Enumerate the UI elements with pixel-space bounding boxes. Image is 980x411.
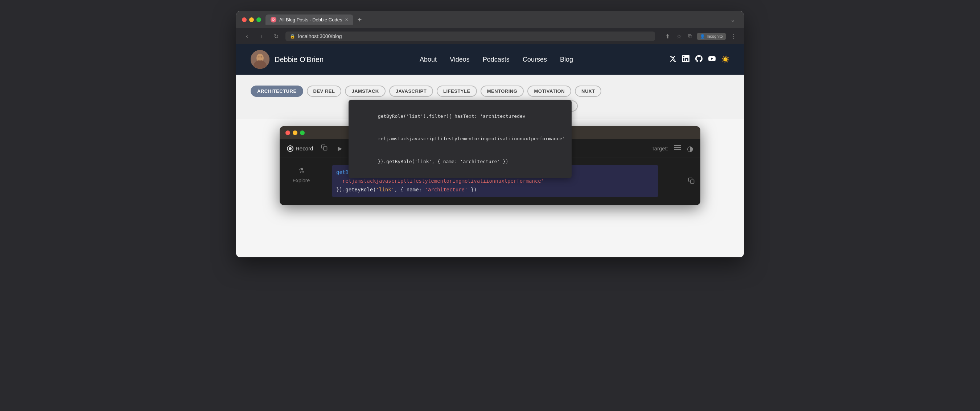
nav-courses[interactable]: Courses <box>523 56 547 63</box>
maximize-button[interactable] <box>256 17 261 22</box>
blog-area: ARCHITECTURE DEV REL JAMSTACK JAVASCRIPT… <box>236 75 744 119</box>
twitter-icon[interactable] <box>669 55 676 64</box>
target-label: Target: <box>651 145 668 151</box>
inspector-traffic-lights <box>285 130 305 135</box>
share-button[interactable]: ⬆ <box>664 32 671 41</box>
extensions-button[interactable]: ⧉ <box>687 32 694 41</box>
tooltip-line1: getByRole('list').filter({ hasText: 'arc… <box>378 113 525 119</box>
record-button[interactable]: Record <box>287 145 313 152</box>
svg-point-4 <box>259 57 260 58</box>
site-logo-area: Debbie O'Brien <box>251 50 323 69</box>
incognito-icon: 👤 <box>700 34 705 39</box>
explore-icon: ⚗ <box>299 167 304 175</box>
back-button[interactable]: ‹ <box>242 31 252 41</box>
minimize-button[interactable] <box>249 17 254 22</box>
svg-rect-6 <box>323 147 327 151</box>
youtube-icon[interactable] <box>708 55 716 64</box>
record-label: Record <box>296 145 313 151</box>
nav-blog[interactable]: Blog <box>560 56 573 63</box>
copy-toolbar-button[interactable] <box>319 143 330 154</box>
avatar <box>251 50 269 69</box>
hamburger-button[interactable] <box>674 144 681 152</box>
code-arg-2: 'link' <box>376 187 395 192</box>
inspector-close-button[interactable] <box>285 130 290 135</box>
tag-dev-rel[interactable]: DEV REL <box>307 86 342 97</box>
menu-button[interactable]: ⋮ <box>729 32 738 41</box>
code-line-2: reljamstackjavascriptlifestylementoringm… <box>336 177 654 186</box>
bookmark-button[interactable]: ☆ <box>675 32 683 41</box>
tab-favicon: D <box>270 17 276 22</box>
nav-podcasts[interactable]: Podcasts <box>483 56 509 63</box>
nav-videos[interactable]: Videos <box>450 56 470 63</box>
lock-icon: 🔒 <box>290 34 295 39</box>
linkedin-icon[interactable] <box>682 55 689 64</box>
tab-overflow-button[interactable]: ⌄ <box>730 16 738 23</box>
record-icon <box>287 145 293 152</box>
svg-point-5 <box>261 57 262 58</box>
tab-bar: D All Blog Posts · Debbie Codes × + ⌄ <box>266 14 738 25</box>
tab-close-button[interactable]: × <box>345 17 348 22</box>
site-name: Debbie O'Brien <box>275 56 323 64</box>
explore-label: Explore <box>293 178 310 183</box>
tag-javascript[interactable]: JAVASCRIPT <box>389 86 433 97</box>
social-icons: ☀️ <box>669 55 729 64</box>
url-display: localhost:3000/blog <box>298 33 342 39</box>
forward-button[interactable]: › <box>256 31 267 41</box>
site-header: Debbie O'Brien About Videos Podcasts Cou… <box>236 44 744 75</box>
active-tab[interactable]: D All Blog Posts · Debbie Codes × <box>266 14 353 25</box>
reload-button[interactable]: ↻ <box>271 31 281 41</box>
browser-actions: ⬆ ☆ ⧉ 👤 Incognito ⋮ <box>664 32 738 41</box>
incognito-label: Incognito <box>706 34 723 38</box>
avatar-face <box>251 50 269 69</box>
play-button[interactable]: ▶ <box>336 143 344 153</box>
tags-row-1: ARCHITECTURE DEV REL JAMSTACK JAVASCRIPT… <box>251 86 729 97</box>
address-input-wrap[interactable]: 🔒 localhost:3000/blog <box>285 32 655 41</box>
address-bar: ‹ › ↻ 🔒 localhost:3000/blog ⬆ ☆ ⧉ 👤 Inco… <box>236 28 744 44</box>
svg-rect-10 <box>690 180 694 183</box>
playwright-tooltip: getByRole('list').filter({ hasText: 'arc… <box>348 100 572 178</box>
code-val-2: reljamstackjavascriptlifestylementoringm… <box>342 178 544 184</box>
code-val-3: 'architecture' <box>425 187 468 192</box>
close-button[interactable] <box>242 17 247 22</box>
tag-jamstack[interactable]: JAMSTACK <box>345 86 385 97</box>
tooltip-line3: }).getByRole('link', { name: 'architectu… <box>378 159 509 164</box>
contrast-button[interactable]: ◑ <box>687 144 693 153</box>
github-icon[interactable] <box>695 55 703 64</box>
title-bar: D All Blog Posts · Debbie Codes × + ⌄ <box>236 11 744 28</box>
tag-architecture[interactable]: ARCHITECTURE <box>251 86 303 97</box>
record-dot <box>289 147 292 150</box>
inspector-minimize-button[interactable] <box>293 130 298 135</box>
svg-point-3 <box>257 54 263 60</box>
inspector-maximize-button[interactable] <box>300 130 305 135</box>
nav-about[interactable]: About <box>420 56 437 63</box>
tooltip-line2: reljamstackjavascriptlifestylementoringm… <box>378 136 565 141</box>
copy-code-button[interactable] <box>688 178 695 186</box>
site-nav: About Videos Podcasts Courses Blog <box>420 56 573 63</box>
tag-mentoring[interactable]: MENTORING <box>480 86 524 97</box>
new-tab-button[interactable]: + <box>356 16 363 23</box>
browser-window: D All Blog Posts · Debbie Codes × + ⌄ ‹ … <box>236 11 744 257</box>
code-line-3: }).getByRole('link', { name: 'architectu… <box>336 186 654 194</box>
tab-title: All Blog Posts · Debbie Codes <box>279 17 342 22</box>
tag-lifestyle[interactable]: LIFESTYLE <box>437 86 477 97</box>
incognito-badge: 👤 Incognito <box>697 33 726 40</box>
explore-sidebar[interactable]: ⚗ Explore <box>280 158 323 205</box>
tag-motivation[interactable]: MOTIVATION <box>527 86 571 97</box>
tag-nuxt[interactable]: NUXT <box>575 86 601 97</box>
website-content: Debbie O'Brien About Videos Podcasts Cou… <box>236 44 744 257</box>
traffic-lights <box>242 17 261 22</box>
theme-toggle[interactable]: ☀️ <box>721 56 729 63</box>
